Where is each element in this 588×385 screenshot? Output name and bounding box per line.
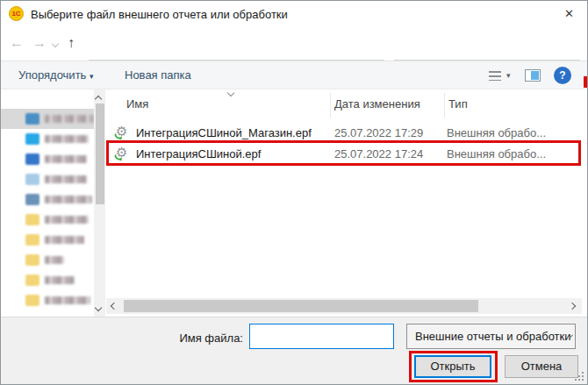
preview-pane-icon[interactable]	[525, 69, 541, 82]
column-header-type[interactable]: Тип	[448, 97, 468, 111]
column-divider[interactable]	[330, 93, 331, 118]
file-row[interactable]: ⚙ ИнтеграцияСШиной_Магазин.epf 25.07.202…	[106, 123, 581, 142]
sidebar-item-label-redacted	[45, 135, 89, 143]
filename-label: Имя файла:	[133, 332, 243, 345]
file-modified-date: 25.07.2022 17:29	[334, 126, 423, 139]
sidebar-item[interactable]	[1, 149, 94, 169]
horizontal-scroll-thumb[interactable]	[124, 300, 478, 312]
sidebar-item[interactable]	[1, 129, 94, 149]
close-button[interactable]: ✕	[550, 1, 588, 27]
resize-grip[interactable]	[575, 372, 584, 381]
sidebar-item-label-redacted	[45, 256, 64, 264]
sidebar-scroll-thumb[interactable]	[96, 103, 104, 204]
sidebar-item-icon	[25, 295, 39, 306]
sidebar-item-label-redacted	[45, 276, 75, 284]
close-icon: ✕	[564, 7, 574, 20]
sidebar-item[interactable]	[1, 250, 94, 270]
organize-caret-icon: ▾	[90, 72, 94, 81]
view-mode-icon[interactable]	[489, 71, 501, 81]
organize-label: Упорядочить	[18, 68, 86, 82]
help-button[interactable]: ?	[554, 67, 571, 84]
annotation-highlight-row	[106, 140, 581, 166]
green-arrow-icon	[114, 132, 123, 140]
sidebar-item-icon	[25, 254, 39, 266]
sidebar-item-label-redacted	[45, 175, 87, 183]
sidebar-item-label-redacted	[45, 115, 94, 123]
command-toolbar: Упорядочить ▾ Новая папка ▾ ?	[1, 61, 587, 89]
open-button[interactable]: Открыть	[414, 355, 491, 378]
up-icon[interactable]: ↑	[68, 36, 75, 50]
new-folder-button[interactable]: Новая папка	[125, 68, 191, 82]
sidebar-item-label-redacted	[45, 296, 90, 304]
title-bar: 1С Выберите файл внешнего отчета или обр…	[1, 1, 587, 27]
file-open-dialog: 1С Выберите файл внешнего отчета или обр…	[0, 0, 588, 385]
annotation-artifact	[584, 76, 588, 88]
sidebar-item[interactable]	[1, 109, 94, 129]
organize-button[interactable]: Упорядочить ▾	[18, 68, 94, 82]
back-icon[interactable]: ←	[10, 36, 24, 50]
sidebar-item[interactable]	[1, 270, 94, 290]
filter-selected-value: Внешние отчеты и обработки	[407, 330, 570, 343]
sidebar-item-icon	[25, 194, 39, 205]
sidebar-item-icon	[25, 174, 39, 185]
cancel-button-label: Отмена	[521, 360, 563, 373]
sidebar-item[interactable]	[1, 169, 94, 189]
sidebar-item-label-redacted	[45, 216, 89, 224]
forward-icon[interactable]: →	[32, 36, 47, 50]
sidebar-item-label-redacted	[45, 196, 92, 203]
dialog-title: Выберите файл внешнего отчета или обрабо…	[31, 8, 288, 21]
sidebar-item-icon	[25, 214, 39, 225]
sidebar-item-icon	[25, 234, 39, 246]
sidebar-item[interactable]	[1, 290, 94, 310]
view-mode-caret-icon[interactable]: ▾	[506, 71, 511, 80]
filename-input[interactable]	[250, 330, 410, 343]
column-divider[interactable]	[444, 93, 445, 118]
filename-combobox[interactable]	[249, 324, 394, 349]
file-name: ИнтеграцияСШиной_Магазин.epf	[136, 126, 312, 139]
cancel-button[interactable]: Отмена	[505, 355, 578, 378]
sidebar-item[interactable]	[1, 230, 94, 250]
sidebar-item-icon	[25, 133, 39, 145]
file-type: Внешняя обрабо...	[447, 126, 546, 139]
sidebar	[1, 89, 94, 317]
new-folder-label: Новая папка	[125, 68, 191, 82]
sidebar-item[interactable]	[1, 210, 94, 230]
column-header-modified[interactable]: Дата изменения	[334, 97, 420, 111]
history-chevron-icon[interactable]	[52, 40, 59, 47]
navigation-bar: ← → ↑ « ИнтеграцияСШиной › bin ↻	[1, 27, 587, 61]
1c-app-icon: 1С	[9, 6, 24, 21]
epf-file-icon: ⚙	[116, 124, 132, 139]
sidebar-item-label-redacted	[45, 155, 87, 163]
file-type-filter-dropdown[interactable]: Внешние отчеты и обработки	[406, 324, 576, 349]
open-button-label: Открыть	[430, 360, 475, 373]
sidebar-item[interactable]	[1, 189, 94, 210]
sidebar-item-icon	[25, 274, 39, 286]
column-header-name[interactable]: Имя	[126, 97, 148, 111]
help-icon: ?	[559, 69, 565, 82]
sidebar-item-icon	[25, 113, 39, 125]
sidebar-item-icon	[25, 153, 39, 165]
sidebar-item-label-redacted	[45, 236, 84, 244]
